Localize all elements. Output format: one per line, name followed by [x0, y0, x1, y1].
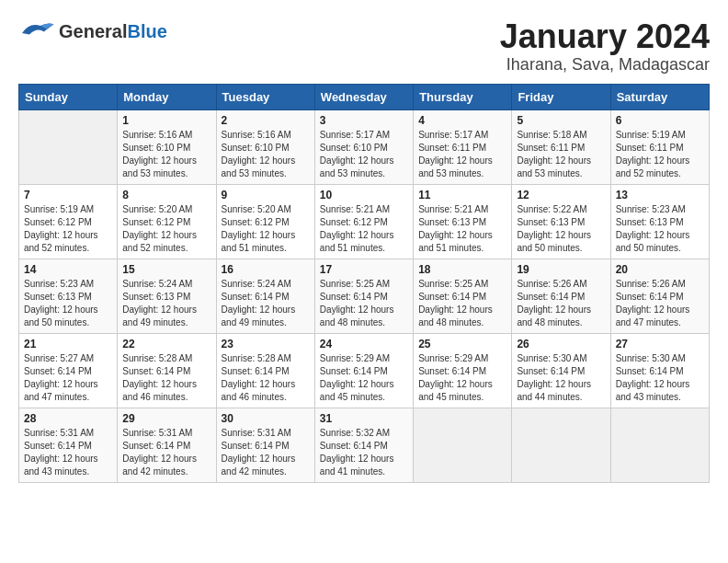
calendar-week-row: 21Sunrise: 5:27 AM Sunset: 6:14 PM Dayli…	[19, 333, 710, 408]
day-number: 26	[517, 338, 605, 350]
day-number: 9	[222, 189, 310, 201]
calendar-cell: 10Sunrise: 5:21 AM Sunset: 6:12 PM Dayli…	[314, 184, 413, 259]
calendar-cell: 28Sunrise: 5:31 AM Sunset: 6:14 PM Dayli…	[19, 408, 118, 482]
day-number: 30	[222, 412, 310, 425]
day-number: 19	[517, 263, 605, 276]
calendar-cell: 2Sunrise: 5:16 AM Sunset: 6:10 PM Daylig…	[216, 109, 314, 184]
day-content: Sunrise: 5:22 AM Sunset: 6:13 PM Dayligh…	[517, 203, 605, 255]
day-number: 29	[122, 412, 210, 425]
day-content: Sunrise: 5:18 AM Sunset: 6:11 PM Dayligh…	[517, 129, 605, 180]
calendar-cell: 11Sunrise: 5:21 AM Sunset: 6:13 PM Dayli…	[414, 184, 512, 259]
calendar-cell: 19Sunrise: 5:26 AM Sunset: 6:14 PM Dayli…	[512, 259, 610, 333]
weekday-header-friday: Friday	[512, 84, 610, 109]
day-content: Sunrise: 5:27 AM Sunset: 6:14 PM Dayligh…	[24, 352, 112, 404]
calendar-cell: 1Sunrise: 5:16 AM Sunset: 6:10 PM Daylig…	[118, 109, 216, 184]
day-content: Sunrise: 5:24 AM Sunset: 6:13 PM Dayligh…	[122, 278, 210, 329]
calendar-cell: 9Sunrise: 5:20 AM Sunset: 6:12 PM Daylig…	[216, 184, 314, 259]
calendar-cell: 20Sunrise: 5:26 AM Sunset: 6:14 PM Dayli…	[610, 259, 709, 333]
calendar-cell: 25Sunrise: 5:29 AM Sunset: 6:14 PM Dayli…	[414, 333, 512, 408]
logo: GeneralBlue	[18, 18, 167, 44]
day-number: 12	[517, 189, 605, 201]
logo-general: General	[59, 21, 127, 41]
calendar-cell: 17Sunrise: 5:25 AM Sunset: 6:14 PM Dayli…	[314, 259, 413, 333]
calendar-cell: 23Sunrise: 5:28 AM Sunset: 6:14 PM Dayli…	[216, 333, 314, 408]
day-content: Sunrise: 5:31 AM Sunset: 6:14 PM Dayligh…	[122, 427, 210, 478]
day-number: 4	[418, 114, 506, 127]
weekday-header-thursday: Thursday	[414, 84, 512, 109]
day-content: Sunrise: 5:30 AM Sunset: 6:14 PM Dayligh…	[616, 352, 704, 404]
day-number: 20	[616, 263, 704, 276]
day-content: Sunrise: 5:30 AM Sunset: 6:14 PM Dayligh…	[517, 352, 605, 404]
day-number: 25	[418, 338, 506, 350]
day-content: Sunrise: 5:28 AM Sunset: 6:14 PM Dayligh…	[222, 352, 310, 404]
day-content: Sunrise: 5:32 AM Sunset: 6:14 PM Dayligh…	[320, 427, 408, 478]
day-content: Sunrise: 5:19 AM Sunset: 6:11 PM Dayligh…	[616, 129, 704, 180]
day-number: 18	[418, 263, 506, 276]
day-number: 24	[320, 338, 408, 350]
calendar-header-row: SundayMondayTuesdayWednesdayThursdayFrid…	[19, 84, 710, 109]
day-content: Sunrise: 5:29 AM Sunset: 6:14 PM Dayligh…	[418, 352, 506, 404]
day-content: Sunrise: 5:17 AM Sunset: 6:10 PM Dayligh…	[320, 129, 408, 180]
day-content: Sunrise: 5:26 AM Sunset: 6:14 PM Dayligh…	[517, 278, 605, 329]
calendar-cell: 22Sunrise: 5:28 AM Sunset: 6:14 PM Dayli…	[118, 333, 216, 408]
day-content: Sunrise: 5:25 AM Sunset: 6:14 PM Dayligh…	[418, 278, 506, 329]
day-content: Sunrise: 5:24 AM Sunset: 6:14 PM Dayligh…	[222, 278, 310, 329]
calendar-cell: 30Sunrise: 5:31 AM Sunset: 6:14 PM Dayli…	[216, 408, 314, 482]
day-content: Sunrise: 5:20 AM Sunset: 6:12 PM Dayligh…	[122, 203, 210, 255]
day-number: 8	[122, 189, 210, 201]
page-header: GeneralBlue January 2024 Iharana, Sava, …	[18, 18, 710, 75]
day-content: Sunrise: 5:16 AM Sunset: 6:10 PM Dayligh…	[222, 129, 310, 180]
logo-blue: Blue	[127, 21, 166, 41]
logo-bird-icon	[18, 18, 55, 44]
weekday-header-tuesday: Tuesday	[216, 84, 314, 109]
day-number: 1	[122, 114, 210, 127]
day-number: 28	[24, 412, 112, 425]
day-content: Sunrise: 5:23 AM Sunset: 6:13 PM Dayligh…	[24, 278, 112, 329]
day-content: Sunrise: 5:26 AM Sunset: 6:14 PM Dayligh…	[616, 278, 704, 329]
page-title: January 2024	[500, 18, 710, 55]
day-content: Sunrise: 5:25 AM Sunset: 6:14 PM Dayligh…	[320, 278, 408, 329]
day-number: 15	[122, 263, 210, 276]
calendar-cell: 29Sunrise: 5:31 AM Sunset: 6:14 PM Dayli…	[118, 408, 216, 482]
day-number: 13	[616, 189, 704, 201]
calendar-cell: 6Sunrise: 5:19 AM Sunset: 6:11 PM Daylig…	[610, 109, 709, 184]
day-number: 3	[320, 114, 408, 127]
day-number: 11	[418, 189, 506, 201]
calendar-cell: 24Sunrise: 5:29 AM Sunset: 6:14 PM Dayli…	[314, 333, 413, 408]
day-number: 6	[616, 114, 704, 127]
calendar-cell: 8Sunrise: 5:20 AM Sunset: 6:12 PM Daylig…	[118, 184, 216, 259]
calendar-cell	[19, 109, 118, 184]
calendar-cell: 4Sunrise: 5:17 AM Sunset: 6:11 PM Daylig…	[414, 109, 512, 184]
calendar-table: SundayMondayTuesdayWednesdayThursdayFrid…	[18, 84, 710, 483]
day-content: Sunrise: 5:20 AM Sunset: 6:12 PM Dayligh…	[222, 203, 310, 255]
day-number: 5	[517, 114, 605, 127]
day-number: 7	[24, 189, 112, 201]
day-content: Sunrise: 5:31 AM Sunset: 6:14 PM Dayligh…	[24, 427, 112, 478]
day-number: 10	[320, 189, 408, 201]
day-content: Sunrise: 5:28 AM Sunset: 6:14 PM Dayligh…	[122, 352, 210, 404]
calendar-cell: 14Sunrise: 5:23 AM Sunset: 6:13 PM Dayli…	[19, 259, 118, 333]
calendar-week-row: 1Sunrise: 5:16 AM Sunset: 6:10 PM Daylig…	[19, 109, 710, 184]
calendar-week-row: 14Sunrise: 5:23 AM Sunset: 6:13 PM Dayli…	[19, 259, 710, 333]
calendar-week-row: 28Sunrise: 5:31 AM Sunset: 6:14 PM Dayli…	[19, 408, 710, 482]
day-content: Sunrise: 5:21 AM Sunset: 6:13 PM Dayligh…	[418, 203, 506, 255]
day-number: 16	[222, 263, 310, 276]
page-subtitle: Iharana, Sava, Madagascar	[500, 55, 710, 75]
calendar-cell	[610, 408, 709, 482]
day-number: 21	[24, 338, 112, 350]
day-number: 31	[320, 412, 408, 425]
weekday-header-monday: Monday	[118, 84, 216, 109]
weekday-header-sunday: Sunday	[19, 84, 118, 109]
day-number: 17	[320, 263, 408, 276]
calendar-cell: 5Sunrise: 5:18 AM Sunset: 6:11 PM Daylig…	[512, 109, 610, 184]
calendar-cell	[512, 408, 610, 482]
calendar-cell: 18Sunrise: 5:25 AM Sunset: 6:14 PM Dayli…	[414, 259, 512, 333]
calendar-cell: 13Sunrise: 5:23 AM Sunset: 6:13 PM Dayli…	[610, 184, 709, 259]
day-content: Sunrise: 5:29 AM Sunset: 6:14 PM Dayligh…	[320, 352, 408, 404]
calendar-cell: 21Sunrise: 5:27 AM Sunset: 6:14 PM Dayli…	[19, 333, 118, 408]
day-number: 2	[222, 114, 310, 127]
calendar-week-row: 7Sunrise: 5:19 AM Sunset: 6:12 PM Daylig…	[19, 184, 710, 259]
day-content: Sunrise: 5:21 AM Sunset: 6:12 PM Dayligh…	[320, 203, 408, 255]
day-content: Sunrise: 5:17 AM Sunset: 6:11 PM Dayligh…	[418, 129, 506, 180]
calendar-cell: 16Sunrise: 5:24 AM Sunset: 6:14 PM Dayli…	[216, 259, 314, 333]
